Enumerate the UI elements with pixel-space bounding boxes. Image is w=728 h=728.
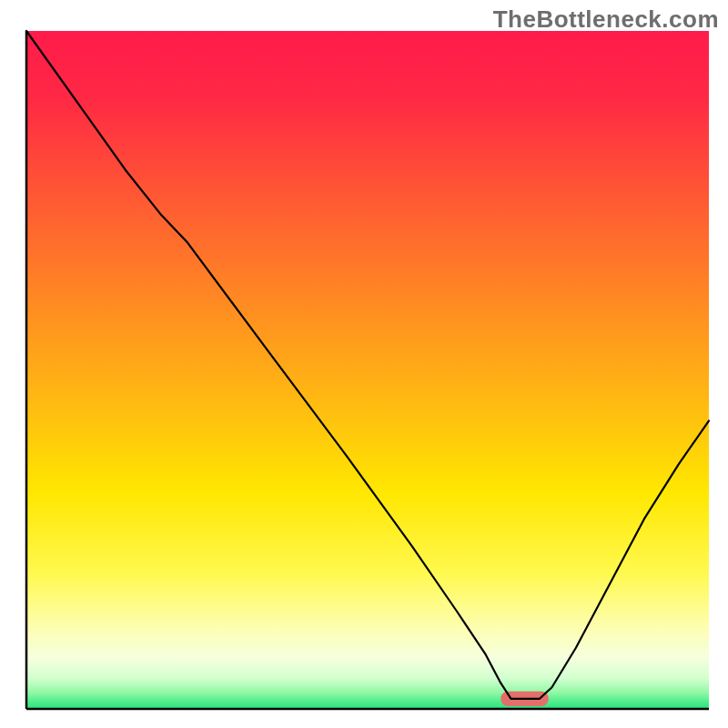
chart-background-gradient: [26, 31, 709, 709]
watermark-text: TheBottleneck.com: [493, 5, 719, 34]
bottleneck-chart: [0, 0, 728, 728]
